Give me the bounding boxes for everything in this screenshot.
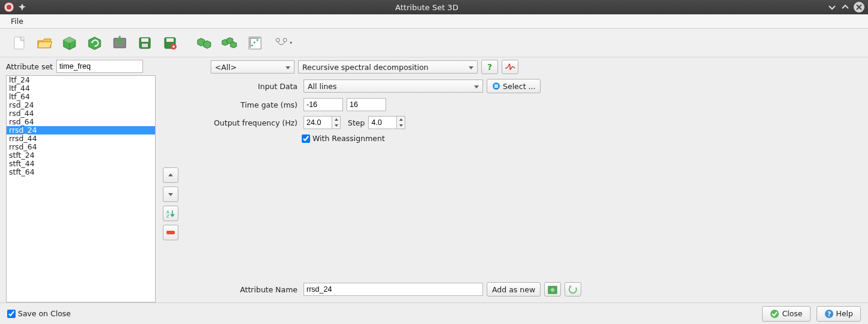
list-item[interactable]: stft_24	[7, 151, 155, 160]
category-filter-value: <All>	[215, 63, 236, 72]
help-button-label: Help	[836, 309, 854, 318]
category-filter-combo[interactable]: <All>	[211, 60, 295, 74]
attribute-name-label: Attribute Name	[211, 285, 298, 294]
freq-down-icon[interactable]	[332, 123, 340, 129]
step-down-icon[interactable]	[397, 123, 405, 129]
input-data-value: All lines	[308, 82, 337, 91]
attribute-type-value: Recursive spectral decomposition	[302, 63, 429, 72]
time-gate-from-input[interactable]	[304, 98, 343, 111]
attribute-type-combo[interactable]: Recursive spectral decomposition	[298, 60, 478, 74]
list-item[interactable]: stft_44	[7, 160, 155, 168]
attribute-set-input[interactable]	[56, 60, 143, 73]
crossplot-icon[interactable]	[244, 32, 266, 54]
move-down-button[interactable]	[163, 187, 178, 202]
with-reassignment-label: With Reassignment	[312, 134, 385, 143]
svg-point-14	[276, 38, 280, 42]
close-button-label: Close	[782, 309, 802, 318]
step-label: Step	[348, 118, 365, 127]
time-gate-to-input[interactable]	[347, 98, 386, 111]
window-titlebar: Attribute Set 3D	[0, 0, 868, 14]
help-attribute-button[interactable]: ?	[481, 60, 498, 74]
import-icon[interactable]	[109, 32, 130, 54]
output-frequency-label: Output frequency (Hz)	[211, 118, 298, 127]
svg-text:Z: Z	[166, 214, 169, 218]
save-as-icon[interactable]	[159, 32, 181, 54]
time-gate-label: Time gate (ms)	[211, 100, 298, 109]
add-as-new-button[interactable]: Add as new	[487, 282, 541, 297]
pin-icon[interactable]	[18, 3, 26, 11]
step-spinner[interactable]	[368, 116, 405, 129]
input-data-combo[interactable]: All lines	[304, 80, 483, 93]
svg-text:?: ?	[487, 62, 492, 72]
cubes-b-icon[interactable]	[219, 32, 241, 54]
svg-point-22	[770, 310, 779, 318]
footer: Save on Close Close ? Help	[0, 302, 868, 324]
list-item[interactable]: rrsd_24	[7, 126, 155, 135]
list-item[interactable]: rsd_24	[7, 101, 155, 109]
svg-rect-18	[166, 231, 175, 234]
window-title: Attribute Set 3D	[26, 3, 827, 12]
step-input[interactable]	[368, 116, 397, 129]
save-on-close-label: Save on Close	[18, 309, 71, 318]
app-icon	[4, 2, 14, 13]
check-icon	[770, 309, 779, 319]
menu-file[interactable]: File	[6, 16, 28, 27]
close-icon[interactable]	[854, 2, 864, 13]
svg-text:?: ?	[827, 310, 831, 318]
list-item[interactable]: rsd_64	[7, 118, 155, 126]
list-item[interactable]: rrsd_44	[7, 135, 155, 143]
save-on-close-checkbox[interactable]	[7, 310, 16, 318]
attribute-set-label: Attribute set	[6, 62, 53, 71]
list-item[interactable]: rsd_44	[7, 109, 155, 118]
recycle-button[interactable]	[544, 282, 561, 297]
revert-button[interactable]	[564, 282, 581, 297]
cube-reload-icon[interactable]	[84, 32, 105, 54]
list-item[interactable]: ltf_64	[7, 93, 155, 101]
select-input-label: Select ...	[503, 82, 535, 91]
menubar: File	[0, 14, 868, 29]
output-frequency-input[interactable]	[304, 116, 332, 129]
help-button[interactable]: ? Help	[817, 306, 861, 322]
output-frequency-spinner[interactable]	[304, 116, 341, 129]
open-icon[interactable]	[34, 32, 55, 54]
list-item[interactable]: rrsd_64	[7, 143, 155, 151]
toolbar	[0, 29, 868, 57]
wavelet-icon-button[interactable]	[502, 60, 518, 74]
save-icon[interactable]	[134, 32, 156, 54]
with-reassignment-checkbox[interactable]	[302, 135, 310, 143]
close-button[interactable]: Close	[762, 306, 810, 322]
help-icon: ?	[824, 309, 834, 319]
input-data-label: Input Data	[211, 82, 298, 91]
cubes-a-icon[interactable]	[194, 32, 216, 54]
attribute-name-input[interactable]	[304, 283, 483, 296]
list-icon	[492, 82, 500, 90]
list-item[interactable]: ltf_44	[7, 84, 155, 93]
svg-point-11	[251, 44, 253, 46]
svg-point-12	[254, 41, 256, 43]
maximize-icon[interactable]	[840, 2, 850, 12]
sort-az-button[interactable]: AZ	[163, 206, 178, 221]
select-input-button[interactable]: Select ...	[487, 79, 541, 93]
list-item[interactable]: stft_64	[7, 168, 155, 176]
list-item[interactable]: ltf_24	[7, 76, 155, 84]
svg-rect-5	[141, 38, 148, 42]
move-up-button[interactable]	[163, 167, 178, 183]
freq-up-icon[interactable]	[332, 117, 340, 123]
step-up-icon[interactable]	[397, 117, 405, 123]
add-as-new-label: Add as new	[492, 285, 535, 294]
attribute-listbox[interactable]: ltf_24ltf_44ltf_64rsd_24rsd_44rsd_64rrsd…	[6, 75, 156, 302]
cube-default-icon[interactable]	[59, 32, 80, 54]
minimize-icon[interactable]	[827, 2, 837, 12]
svg-rect-6	[142, 44, 148, 47]
remove-button[interactable]	[163, 225, 178, 240]
svg-point-15	[283, 38, 287, 42]
evaluate-icon[interactable]	[269, 32, 297, 54]
svg-rect-8	[166, 38, 174, 42]
svg-point-13	[257, 39, 259, 41]
svg-point-1	[7, 5, 11, 10]
new-icon[interactable]	[8, 32, 30, 54]
